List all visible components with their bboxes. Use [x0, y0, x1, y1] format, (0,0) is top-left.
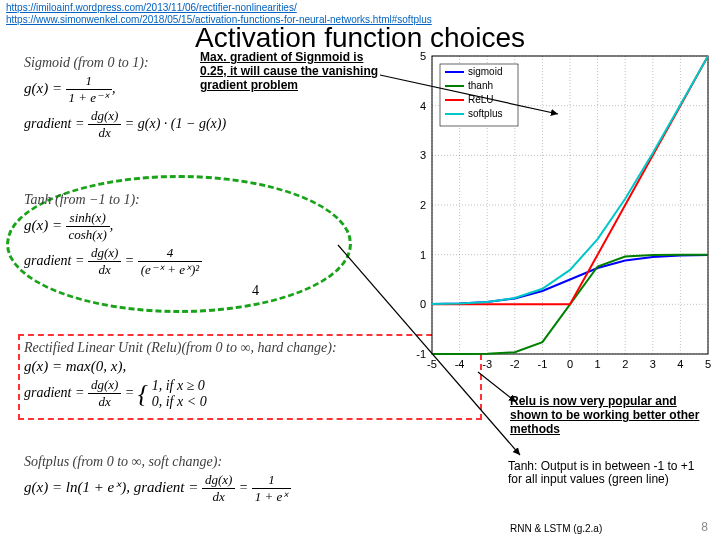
sigmoid-grad-num: dg(x) [88, 108, 121, 125]
formula-sigmoid-head: Sigmoid (from 0 to 1): [24, 55, 384, 71]
svg-text:2: 2 [420, 199, 426, 211]
tanh-grad-lhs: gradient = [24, 253, 84, 268]
relu-grad-num: dg(x) [88, 377, 121, 394]
svg-text:0: 0 [567, 358, 573, 370]
tanh-eq: = [125, 253, 134, 268]
tanh-g-num: sinh(x) [66, 210, 110, 227]
tanh-grad-num: dg(x) [88, 245, 121, 262]
svg-text:-1: -1 [538, 358, 548, 370]
svg-text:-4: -4 [455, 358, 465, 370]
tanh-grad-den: dx [88, 262, 121, 278]
formula-tanh-head: Tanh (from −1 to 1): [24, 192, 384, 208]
sigmoid-g-num: 1 [66, 73, 113, 90]
svg-text:1: 1 [595, 358, 601, 370]
relu-case-0: 0, if x < 0 [152, 394, 207, 410]
svg-text:-1: -1 [416, 348, 426, 360]
softplus-grad-den: dx [202, 489, 235, 505]
stray-4: 4 [252, 283, 259, 299]
svg-text:-2: -2 [510, 358, 520, 370]
sigmoid-grad-den: dx [88, 125, 121, 141]
svg-text:ReLU: ReLU [468, 94, 494, 105]
footer-text: RNN & LSTM (g.2.a) [510, 523, 602, 534]
formula-softplus-head: Softplus (from 0 to ∞, soft change): [24, 454, 484, 470]
svg-text:0: 0 [420, 298, 426, 310]
softplus-grad-num: dg(x) [202, 472, 235, 489]
tanh-rhs-num: 4 [138, 245, 202, 262]
formula-tanh: Tanh (from −1 to 1): g(x) = sinh(x)cosh(… [24, 192, 384, 280]
formula-sigmoid: Sigmoid (from 0 to 1): g(x) = 11 + e⁻ˣ, … [24, 55, 384, 143]
annotation-relu: Relu is now very popular and shown to be… [510, 394, 710, 436]
sigmoid-grad-rhs: = g(x) · (1 − g(x)) [125, 116, 226, 131]
sigmoid-grad-lhs: gradient = [24, 116, 84, 131]
svg-text:1: 1 [420, 249, 426, 261]
softplus-eq: = [239, 480, 248, 495]
relu-case-1: 1, if x ≥ 0 [152, 378, 207, 394]
tanh-g-den: cosh(x) [66, 227, 110, 243]
svg-text:-5: -5 [427, 358, 437, 370]
svg-text:thanh: thanh [468, 80, 493, 91]
svg-text:5: 5 [705, 358, 711, 370]
annotation-tanh: Tanh: Output is in between -1 to +1 for … [508, 460, 708, 486]
relu-eq: = [125, 385, 134, 400]
svg-text:2: 2 [622, 358, 628, 370]
svg-text:-3: -3 [482, 358, 492, 370]
softplus-rhs-den: 1 + eˣ [252, 489, 292, 505]
relu-grad-den: dx [88, 394, 121, 410]
softplus-g: g(x) = ln(1 + eˣ), gradient = [24, 479, 198, 495]
ref-link-1[interactable]: https://imiloainf.wordpress.com/2013/11/… [6, 2, 297, 13]
svg-text:sigmoid: sigmoid [468, 66, 502, 77]
sigmoid-g-den: 1 + e⁻ˣ [66, 90, 113, 106]
svg-text:4: 4 [420, 100, 426, 112]
tanh-g-lhs: g(x) = [24, 217, 62, 233]
page-number: 8 [701, 520, 708, 534]
activation-chart: -5-4-3-2-1012345-1012345sigmoidthanhReLU… [398, 48, 716, 378]
relu-g: g(x) = max(0, x), [24, 358, 126, 374]
svg-text:3: 3 [420, 149, 426, 161]
svg-text:4: 4 [677, 358, 683, 370]
svg-text:3: 3 [650, 358, 656, 370]
svg-text:5: 5 [420, 50, 426, 62]
sigmoid-g-lhs: g(x) = [24, 80, 62, 96]
svg-text:softplus: softplus [468, 108, 502, 119]
formula-softplus: Softplus (from 0 to ∞, soft change): g(x… [24, 454, 484, 507]
tanh-rhs-den: (e⁻ˣ + eˣ)² [138, 262, 202, 278]
relu-grad-lhs: gradient = [24, 385, 84, 400]
softplus-rhs-num: 1 [252, 472, 292, 489]
